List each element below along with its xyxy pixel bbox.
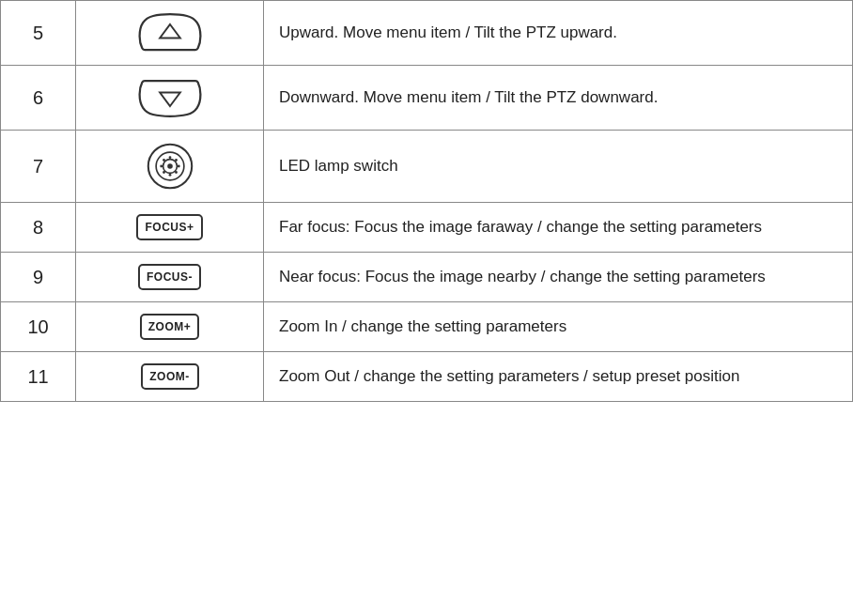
row-number: 9 — [1, 253, 76, 302]
row-icon — [76, 131, 264, 203]
table-row: 6 Downward. Move menu item / Tilt the PT… — [1, 66, 853, 131]
table-row: 10 ZOOM+ Zoom In / change the setting pa… — [1, 302, 853, 352]
focus-minus-icon: FOCUS- — [91, 264, 248, 290]
row-number: 11 — [1, 352, 76, 402]
svg-point-9 — [163, 159, 165, 162]
row-icon — [76, 1, 264, 66]
row-icon — [76, 66, 264, 131]
table-row: 9 FOCUS- Near focus: Focus the image nea… — [1, 253, 853, 302]
row-description: Zoom Out / change the setting parameters… — [264, 352, 853, 402]
svg-point-7 — [160, 165, 163, 168]
row-description: Downward. Move menu item / Tilt the PTZ … — [264, 66, 853, 131]
table-row: 8 FOCUS+ Far focus: Focus the image fara… — [1, 203, 853, 253]
svg-marker-1 — [160, 93, 180, 106]
svg-point-10 — [175, 159, 178, 162]
upward-icon — [91, 12, 248, 54]
row-icon: ZOOM- — [76, 352, 264, 402]
svg-point-13 — [167, 163, 173, 169]
row-description: Upward. Move menu item / Tilt the PTZ up… — [264, 1, 853, 66]
row-number: 8 — [1, 203, 76, 253]
table-row: 11 ZOOM- Zoom Out / change the setting p… — [1, 352, 853, 402]
row-number: 10 — [1, 302, 76, 352]
led-icon — [91, 142, 248, 191]
row-description: Far focus: Focus the image faraway / cha… — [264, 203, 853, 253]
focus-plus-icon: FOCUS+ — [91, 214, 248, 240]
row-number: 5 — [1, 1, 76, 66]
zoom-minus-button-label: ZOOM- — [141, 363, 199, 390]
row-icon: ZOOM+ — [76, 302, 264, 352]
svg-point-6 — [168, 174, 171, 177]
downward-icon — [91, 77, 248, 118]
zoom-plus-icon: ZOOM+ — [91, 314, 248, 340]
focus-plus-button-label: FOCUS+ — [136, 214, 202, 240]
svg-point-11 — [163, 171, 165, 174]
row-description: Zoom In / change the setting parameters — [264, 302, 853, 352]
row-description: Near focus: Focus the image nearby / cha… — [264, 253, 853, 302]
table-row: 5 Upward. Move menu item / Tilt the PTZ … — [1, 1, 853, 66]
row-description: LED lamp switch — [264, 131, 853, 203]
row-number: 6 — [1, 66, 76, 131]
svg-point-8 — [177, 165, 179, 168]
svg-point-12 — [175, 171, 178, 174]
svg-marker-0 — [160, 24, 180, 38]
row-number: 7 — [1, 131, 76, 203]
row-icon: FOCUS- — [76, 253, 264, 302]
zoom-minus-icon: ZOOM- — [91, 363, 248, 390]
zoom-plus-button-label: ZOOM+ — [140, 314, 200, 340]
row-icon: FOCUS+ — [76, 203, 264, 253]
table-row: 7 — [1, 131, 853, 203]
svg-point-5 — [168, 156, 171, 159]
focus-minus-button-label: FOCUS- — [138, 264, 201, 290]
